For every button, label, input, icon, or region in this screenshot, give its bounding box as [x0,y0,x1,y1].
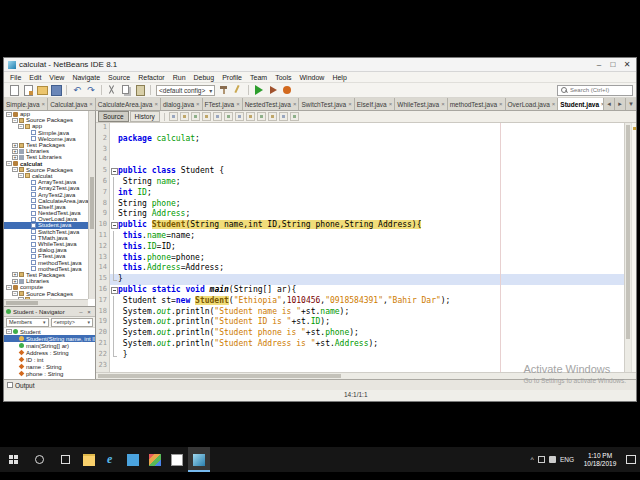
navigator-tree-item[interactable]: phone : String [4,370,95,377]
action-center-icon[interactable] [626,455,636,464]
menu-source[interactable]: Source [104,74,134,81]
menu-tools[interactable]: Tools [271,74,295,81]
fold-indicator-icon[interactable] [110,285,118,296]
tree-toggle-icon[interactable]: − [18,173,24,178]
tab-list-icon[interactable]: ▾ [625,98,636,110]
taskbar-netbeans-button[interactable] [188,447,210,472]
language-indicator[interactable]: ENG [560,456,574,463]
tree-toggle-icon[interactable]: − [6,329,12,334]
history-view-button[interactable]: History [130,111,160,122]
undo-icon[interactable]: ↶ [71,84,83,96]
tree-toggle-icon[interactable]: + [12,279,18,284]
tree-toggle-icon[interactable]: − [12,167,18,172]
tree-toggle-icon[interactable]: − [6,161,12,166]
back-icon[interactable] [180,112,189,121]
tab-close-icon[interactable]: × [552,101,556,107]
paste-icon[interactable] [134,84,146,96]
tab-simple-java[interactable]: Simple.java× [4,98,48,110]
close-button[interactable]: ✕ [620,58,634,71]
tab-nestedtest-java[interactable]: NestedTest.java× [243,98,300,110]
menu-navigate[interactable]: Navigate [68,74,104,81]
taskbar-file-explorer-button[interactable] [78,447,100,472]
menu-edit[interactable]: Edit [25,74,45,81]
menu-refactor[interactable]: Refactor [134,74,168,81]
task-view-button[interactable] [52,447,78,472]
projects-panel[interactable]: −app−Source Packages−appSimple.javaWelco… [4,111,95,307]
save-all-icon[interactable] [50,84,62,96]
scrollbar-thumb[interactable] [98,374,341,378]
menu-run[interactable]: Run [169,74,190,81]
next-error-icon[interactable] [268,112,277,121]
network-icon[interactable] [538,456,545,463]
close-panel-icon[interactable]: × [85,309,93,315]
minimize-button[interactable]: – [592,58,606,71]
projects-vertical-scrollbar[interactable] [88,111,95,299]
config-dropdown[interactable]: <default config> ▾ [156,85,215,96]
tab-calculatearea-java[interactable]: CalculateArea.java× [96,98,161,110]
copy-icon[interactable] [120,84,132,96]
fold-indicator-icon[interactable] [110,220,118,231]
editor-vertical-scrollbar[interactable] [624,123,631,372]
hidden-icons-chevron[interactable]: ^ [531,456,534,463]
tab-close-icon[interactable]: × [42,101,46,107]
tab-close-icon[interactable]: × [389,101,393,107]
tree-toggle-icon[interactable]: + [12,155,18,160]
navigator-tree-item[interactable]: name : String [4,363,95,370]
tab-close-icon[interactable]: × [499,101,503,107]
tab-scroll-right-icon[interactable]: ▸ [614,98,625,110]
menu-team[interactable]: Team [246,74,271,81]
search-input[interactable] [570,87,632,93]
tab-overload-java[interactable]: OverLoad.java× [506,98,559,110]
tab-close-icon[interactable]: × [89,101,93,107]
menu-view[interactable]: View [45,74,68,81]
menu-debug[interactable]: Debug [190,74,219,81]
tab-ftest-java[interactable]: FTest.java× [203,98,243,110]
navigator-tree-item[interactable]: ID : int [4,356,95,363]
scrollbar-thumb[interactable] [626,125,630,339]
fold-indicator-icon[interactable] [110,166,118,177]
tree-toggle-icon[interactable]: + [12,143,18,148]
clean-build-icon[interactable] [232,84,244,96]
debug-project-icon[interactable] [267,84,279,96]
menu-help[interactable]: Help [328,74,350,81]
uncomment-icon[interactable] [290,112,299,121]
highlight-occurrences-icon[interactable] [213,112,222,121]
previous-error-icon[interactable] [257,112,266,121]
tab-close-icon[interactable]: × [441,101,445,107]
tab-methodtest-java[interactable]: methodTest.java× [448,98,506,110]
tree-toggle-icon[interactable]: + [12,149,18,154]
navigator-filter-dropdown[interactable]: <empty> ▾ [51,318,94,327]
maximize-button[interactable]: □ [606,58,620,71]
run-project-icon[interactable] [253,84,265,96]
title-bar[interactable]: calculat - NetBeans IDE 8.1 – □ ✕ [4,58,636,72]
error-stripe[interactable] [631,123,636,372]
taskbar-clock[interactable]: 1:10 PM 10/18/2019 [578,452,622,468]
tab-student-java[interactable]: Student.java× [558,98,603,110]
next-bookmark-icon[interactable] [235,112,244,121]
tree-toggle-icon[interactable]: − [12,291,18,296]
tree-toggle-icon[interactable]: − [12,118,18,123]
tab-scroll-left-icon[interactable]: ◂ [603,98,614,110]
editor-gutter[interactable]: 1234567891011121314151617181920212223 [96,123,110,372]
tab-close-icon[interactable]: × [293,101,297,107]
tab-close-icon[interactable]: × [348,101,352,107]
toggle-bookmark-icon[interactable] [246,112,255,121]
profile-project-icon[interactable] [281,84,293,96]
taskbar-photos-button[interactable] [144,447,166,472]
minimize-panel-icon[interactable]: – [77,309,85,315]
tree-toggle-icon[interactable]: − [6,285,12,290]
navigator-tree-item[interactable]: Student(String name, int ID, String phon… [4,335,95,342]
tab-switchtest-java[interactable]: SwitchTest.java× [299,98,354,110]
code-area[interactable]: package calculat;public class Student { … [110,123,624,372]
volume-icon[interactable] [549,456,556,463]
comment-icon[interactable] [279,112,288,121]
taskbar-mail-button[interactable] [166,447,188,472]
scrollbar-thumb[interactable] [6,301,38,305]
source-view-button[interactable]: Source [98,111,129,122]
open-project-icon[interactable] [36,84,48,96]
cut-icon[interactable] [106,84,118,96]
new-project-icon[interactable] [22,84,34,96]
start-button[interactable] [0,447,26,472]
quick-search[interactable] [557,85,633,96]
taskbar-edge-button[interactable] [100,447,122,472]
